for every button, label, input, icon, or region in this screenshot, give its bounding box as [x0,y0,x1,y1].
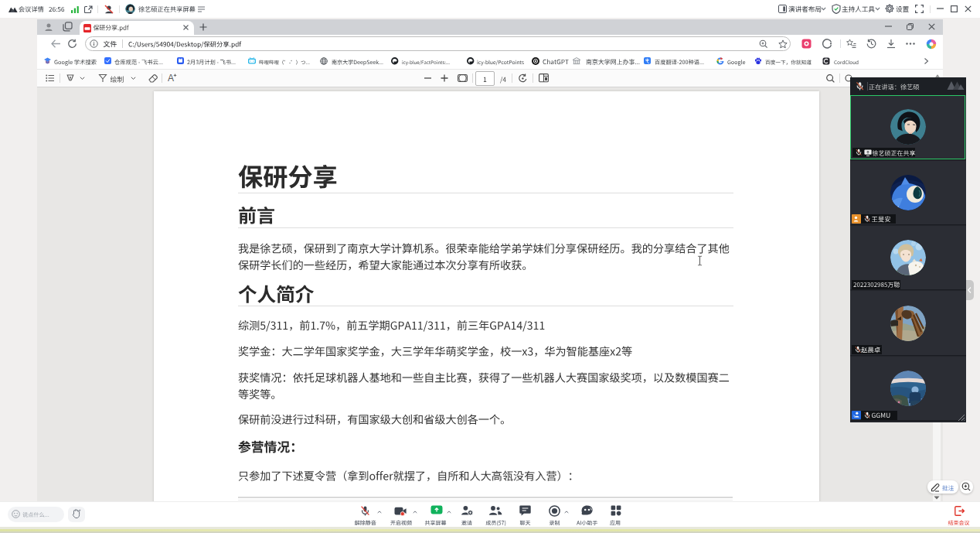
svg-text:A: A [168,73,174,83]
